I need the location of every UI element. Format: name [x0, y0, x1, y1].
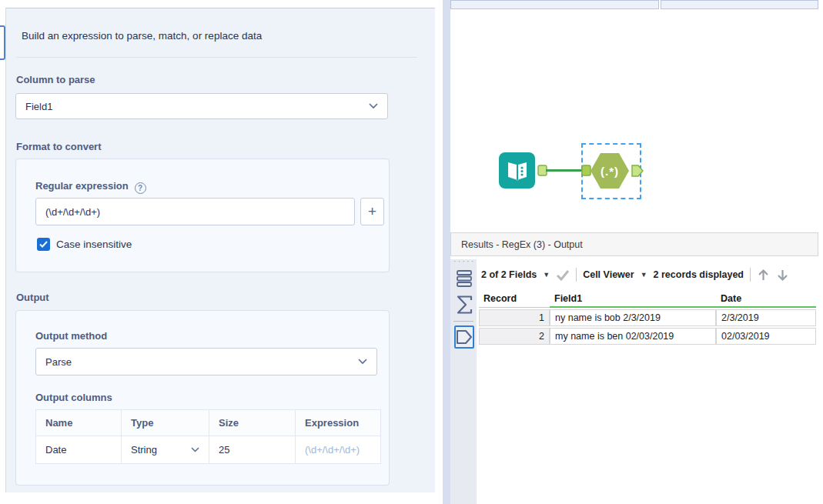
format-to-convert-label: Format to convert [16, 141, 102, 152]
chevron-down-icon[interactable]: ▼ [543, 271, 550, 279]
results-panel-title: Results - RegEx (3) - Output [450, 232, 818, 256]
grid-header-field1[interactable]: Field1 [550, 290, 716, 308]
output-column-name[interactable]: Date [36, 436, 122, 464]
connection-line[interactable] [546, 169, 582, 172]
regular-expression-label: Regular expression? [35, 180, 146, 194]
column-to-parse-label: Column to parse [16, 74, 95, 85]
output-columns-table: Name Type Size Expression Date String [35, 409, 381, 464]
toolbar-divider [750, 268, 751, 282]
cell-viewer-dropdown[interactable]: Cell Viewer [583, 269, 634, 280]
grid-header-record[interactable]: Record [479, 290, 550, 308]
arrow-up-icon[interactable] [757, 269, 770, 282]
check-icon [39, 241, 48, 248]
output-group: Output method Parse Output columns Name … [15, 310, 390, 486]
column-to-parse-select[interactable]: Field1 [15, 93, 388, 119]
text-input-tool[interactable] [499, 152, 535, 189]
grid-row: 1 ny name is bob 2/3/2019 2/3/2019 [479, 309, 816, 326]
output-method-select[interactable]: Parse [35, 348, 377, 375]
arrow-down-icon[interactable] [776, 269, 789, 282]
panel-splitter[interactable] [443, 0, 450, 504]
strip-drag-handle[interactable]: ····· [453, 257, 475, 265]
col-header-type: Type [122, 410, 209, 436]
grid-cell-record[interactable]: 2 [479, 328, 550, 345]
grid-header-row: Record Field1 Date [479, 290, 816, 308]
col-header-expression: Expression [296, 410, 381, 436]
output-column-type-select[interactable]: String [122, 436, 209, 464]
format-to-convert-group: Regular expression? (\d+/\d+/\d+) + Case… [15, 159, 390, 272]
grid-cell-date[interactable]: 02/03/2019 [716, 328, 816, 345]
output-columns-label: Output columns [35, 392, 112, 403]
regex-input[interactable]: (\d+/\d+/\d+) [35, 198, 355, 225]
grid-cell-record[interactable]: 1 [479, 309, 550, 326]
case-insensitive-checkbox[interactable] [37, 238, 50, 251]
chevron-down-icon [369, 103, 378, 109]
regex-tool-label: (.*) [589, 151, 631, 191]
canvas-header-bar [450, 0, 659, 9]
output-anchor-icon [456, 329, 473, 345]
regex-config-panel: Build an expression to parse, match, or … [5, 8, 435, 492]
canvas-header-bar [661, 0, 818, 9]
output-column-size[interactable]: 25 [209, 436, 296, 464]
fields-dropdown[interactable]: 2 of 2 Fields [481, 269, 537, 280]
col-header-name: Name [36, 410, 122, 436]
book-icon [505, 159, 530, 182]
case-insensitive-label: Case insensitive [56, 239, 132, 250]
output-column-expression[interactable]: (\d+/\d+/\d+) [296, 436, 381, 464]
toolbar-divider [576, 268, 577, 282]
records-displayed-label: 2 records displayed [654, 269, 744, 280]
add-expression-button[interactable]: + [360, 198, 384, 225]
apply-check-icon[interactable] [556, 269, 570, 281]
profile-view-button[interactable] [454, 294, 474, 315]
output-method-label: Output method [35, 330, 107, 342]
results-grid: Record Field1 Date 1 ny name is bob 2/3/… [479, 290, 816, 346]
output-anchor-button[interactable] [454, 325, 474, 349]
grid-cell-field1[interactable]: my name is ben 02/03/2019 [550, 328, 716, 345]
column-to-parse-value: Field1 [25, 101, 52, 112]
output-label: Output [16, 292, 49, 303]
output-method-value: Parse [45, 356, 72, 368]
sigma-icon [456, 295, 473, 315]
grid-cell-date[interactable]: 2/3/2019 [716, 309, 816, 326]
divider [16, 57, 417, 58]
grid-header-date[interactable]: Date [716, 290, 816, 308]
chevron-down-icon [191, 447, 199, 452]
panel-description: Build an expression to parse, match, or … [22, 30, 262, 42]
alteryx-designer-window: Build an expression to parse, match, or … [0, 0, 823, 504]
col-header-size: Size [209, 410, 296, 436]
records-view-button[interactable] [454, 268, 474, 289]
results-toolbar: 2 of 2 Fields ▼ Cell Viewer ▼ 2 records … [481, 265, 789, 285]
output-anchor[interactable] [631, 165, 644, 177]
palette-tool-fragment [0, 25, 5, 60]
grid-cell-field1[interactable]: ny name is bob 2/3/2019 [550, 309, 716, 326]
chevron-down-icon [358, 359, 367, 365]
help-icon[interactable]: ? [135, 182, 146, 194]
output-column-row: Date String 25 (\d+/\d+/\d+) [36, 436, 381, 464]
grid-row: 2 my name is ben 02/03/2019 02/03/2019 [479, 328, 816, 345]
chevron-down-icon[interactable]: ▼ [641, 271, 647, 279]
list-bars-icon [457, 270, 472, 287]
strip-divider [453, 321, 473, 322]
